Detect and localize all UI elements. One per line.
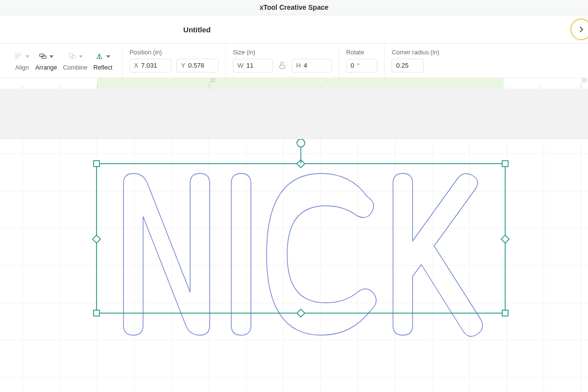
ruler-tick [209,84,209,89]
svg-rect-0 [16,54,21,56]
reflect-label: Reflect [94,64,113,71]
position-y-input[interactable]: Y 0.578 [176,59,219,73]
artboard[interactable] [0,139,588,392]
rotate-value: 0 [350,62,354,69]
app-title: xTool Creative Space [260,3,329,11]
position-x-value: 7.031 [141,62,157,69]
ruler-label: 10 [210,78,215,83]
ruler-tick [97,84,98,89]
reflect-button[interactable]: Reflect [91,49,116,71]
resize-handle-w[interactable] [93,235,100,243]
properties-toolbar: Align Arrange Combine Reflect Position (… [0,44,588,78]
document-bar: Untitled [0,15,588,44]
position-label: Position (in) [129,49,162,56]
rotate-handle[interactable] [297,139,305,147]
align-label: Align [15,64,29,71]
lock-aspect-button[interactable] [278,61,287,70]
position-x-input[interactable]: X 7.031 [129,59,172,73]
resize-handle-nw[interactable] [94,161,99,167]
ruler-label: 20 [582,78,587,83]
ruler-tick [507,86,507,89]
align-button[interactable]: Align [12,49,32,71]
ruler-tick [60,86,60,89]
artboard-svg [0,139,588,392]
ruler-tick [395,86,395,89]
combine-icon [68,50,83,62]
combine-button[interactable]: Combine [60,49,90,71]
ruler-tick [432,86,433,89]
arrange-icon [39,50,53,62]
title-bar: xTool Creative Space [0,0,588,15]
rotate-input[interactable]: 0 ° [346,59,377,73]
svg-rect-1 [16,57,19,59]
ruler-tick [358,86,358,89]
canvas[interactable] [0,89,588,392]
corner-radius-value: 0.25 [396,62,408,69]
canvas-out-of-bounds [0,89,588,139]
size-h-value: 4 [304,62,307,69]
position-group: Position (in) X 7.031 Y 0.578 [122,44,225,77]
resize-handle-ne[interactable] [502,161,508,167]
arrange-button[interactable]: Arrange [32,49,60,71]
grid [0,139,588,392]
rotate-group: Rotate 0 ° [339,44,384,77]
horizontal-ruler[interactable]: 1020 [0,78,588,89]
right-action-button[interactable] [570,19,588,40]
ruler-tick [539,86,539,89]
resize-handle-se[interactable] [502,310,508,316]
size-w-value: 11 [246,62,253,69]
resize-handle-sw[interactable] [94,310,99,316]
ruler-tick [581,84,581,89]
chevron-right-icon [577,25,586,34]
ruler-tick [283,86,284,89]
ruler-tick [469,86,470,89]
ruler-tick [23,86,23,89]
transform-buttons-group: Align Arrange Combine Reflect [5,44,122,77]
arrange-label: Arrange [35,64,57,71]
size-label: Size (in) [233,49,255,56]
size-group: Size (in) W 11 H 4 [225,44,339,77]
corner-radius-input[interactable]: 0.25 [392,59,424,73]
combine-label: Combine [63,64,87,71]
ruler-tick [246,86,246,89]
svg-rect-30 [97,164,505,313]
position-y-value: 0.578 [188,62,204,69]
lock-open-icon [278,61,287,70]
svg-rect-6 [280,65,285,69]
ruler-selection-range [97,78,504,89]
reflect-icon [96,50,110,62]
resize-handle-e[interactable] [501,235,509,243]
rotate-label: Rotate [346,49,364,56]
size-h-input[interactable]: H 4 [292,59,332,73]
ruler-tick [134,86,135,89]
ruler-tick [320,86,321,89]
corner-radius-group: Corner radius (in) 0.25 [384,44,446,77]
ruler-tick [172,86,172,89]
corner-radius-label: Corner radius (in) [392,49,439,56]
degree-symbol: ° [357,62,360,69]
align-icon [15,50,29,62]
document-name[interactable]: Untitled [183,25,211,33]
svg-rect-5 [72,56,75,59]
size-w-input[interactable]: W 11 [233,59,273,73]
resize-handle-s[interactable] [297,309,305,317]
